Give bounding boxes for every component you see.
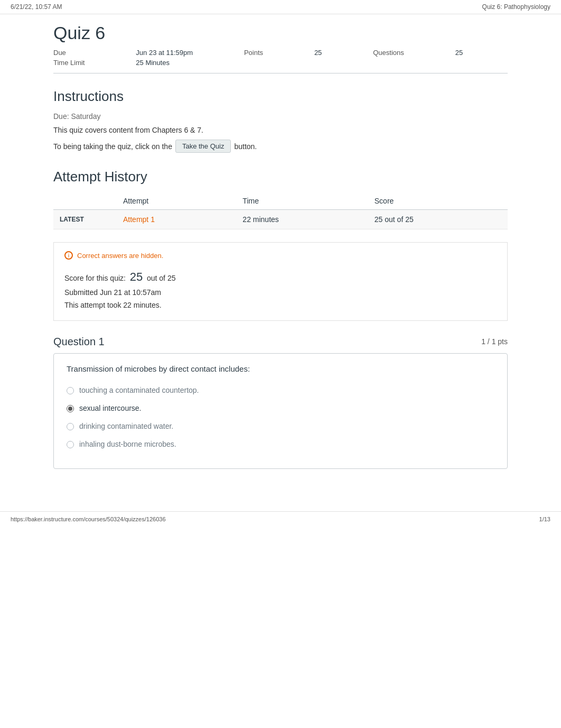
quiz-title-section: Quiz 6 Due Jun 23 at 11:59pm Points 25 Q…: [53, 14, 508, 73]
footer-page: 1/13: [539, 516, 550, 522]
quiz-title: Quiz 6: [53, 23, 508, 43]
answer-text-1: touching a contaminated countertop.: [79, 386, 199, 394]
question-1-text: Transmission of microbes by direct conta…: [67, 364, 494, 373]
score-label: Score for this quiz:: [64, 274, 126, 282]
submitted-line: Submitted Jun 21 at 10:57am: [64, 287, 497, 299]
answer-text-3: drinking contaminated water.: [79, 422, 173, 430]
instructions-take-line: To being taking the quiz, click on the T…: [53, 140, 508, 153]
top-bar: 6/21/22, 10:57 AM Quiz 6: Pathophysiolog…: [0, 0, 561, 14]
radio-circle-2: [67, 405, 74, 412]
attempt-score: 25 out of 25: [368, 210, 508, 229]
answer-option-3[interactable]: drinking contaminated water.: [67, 422, 494, 430]
quiz-meta: Due Jun 23 at 11:59pm Points 25 Question…: [53, 49, 508, 67]
take-quiz-button[interactable]: Take the Quiz: [175, 140, 231, 153]
due-value: Jun 23 at 11:59pm: [136, 49, 238, 57]
attempt-link-cell[interactable]: Attempt 1: [117, 210, 236, 229]
score-section: i Correct answers are hidden. Score for …: [53, 242, 508, 321]
col-header-score: Score: [368, 192, 508, 210]
instructions-section: Instructions Due: Saturday This quiz cov…: [53, 88, 508, 153]
col-header-time: Time: [236, 192, 368, 210]
due-label: Due: [53, 49, 129, 57]
score-number: 25: [130, 270, 143, 283]
instructions-heading: Instructions: [53, 88, 508, 105]
take-suffix: button.: [234, 142, 257, 151]
question-1-section: Question 1 1 / 1 pts Transmission of mic…: [53, 336, 508, 469]
attempt-history-section: Attempt History Attempt Time Score LATES…: [53, 169, 508, 229]
question-1-title: Question 1: [53, 336, 105, 348]
points-value: 25: [314, 49, 367, 57]
duration-line: This attempt took 22 minutes.: [64, 299, 497, 312]
radio-circle-1: [67, 387, 74, 394]
answer-text-2: sexual intercourse.: [79, 404, 142, 412]
score-line: Score for this quiz: 25 out of 25: [64, 267, 497, 287]
answer-text-4: inhaling dust-borne microbes.: [79, 440, 176, 448]
timelimit-value: 25 Minutes: [136, 59, 238, 67]
take-prefix: To being taking the quiz, click on the: [53, 142, 172, 151]
score-info: Score for this quiz: 25 out of 25 Submit…: [64, 267, 497, 312]
answer-option-4[interactable]: inhaling dust-borne microbes.: [67, 440, 494, 448]
attempt-table: Attempt Time Score LATEST Attempt 1 22 m…: [53, 192, 508, 229]
timelimit-label: Time Limit: [53, 59, 129, 67]
attempt-time: 22 minutes: [236, 210, 368, 229]
questions-label: Questions: [373, 49, 448, 57]
info-icon: i: [64, 251, 73, 260]
hidden-notice: i Correct answers are hidden.: [64, 251, 497, 260]
footer-url: https://baker.instructure.com/courses/50…: [11, 516, 166, 522]
answer-option-1[interactable]: touching a contaminated countertop.: [67, 386, 494, 394]
row-label: LATEST: [53, 210, 117, 229]
footer: https://baker.instructure.com/courses/50…: [0, 511, 561, 527]
table-row: LATEST Attempt 1 22 minutes 25 out of 25: [53, 210, 508, 229]
points-label: Points: [244, 49, 308, 57]
radio-circle-3: [67, 423, 74, 430]
instructions-body: This quiz covers content from Chapters 6…: [53, 126, 508, 134]
col-header-attempt: Attempt: [117, 192, 236, 210]
answer-option-2[interactable]: sexual intercourse.: [67, 404, 494, 412]
questions-value: 25: [455, 49, 508, 57]
instructions-due: Due: Saturday: [53, 112, 508, 121]
question-1-header: Question 1 1 / 1 pts: [53, 336, 508, 348]
page-title: Quiz 6: Pathophysiology: [482, 3, 550, 11]
attempt-history-heading: Attempt History: [53, 169, 508, 185]
radio-circle-4: [67, 441, 74, 448]
score-out-of: out of 25: [147, 274, 176, 282]
col-header-empty: [53, 192, 117, 210]
question-1-points: 1 / 1 pts: [481, 337, 508, 346]
hidden-notice-text: Correct answers are hidden.: [77, 252, 163, 260]
question-1-box: Transmission of microbes by direct conta…: [53, 353, 508, 469]
timestamp: 6/21/22, 10:57 AM: [11, 3, 62, 11]
attempt-link[interactable]: Attempt 1: [123, 215, 155, 224]
